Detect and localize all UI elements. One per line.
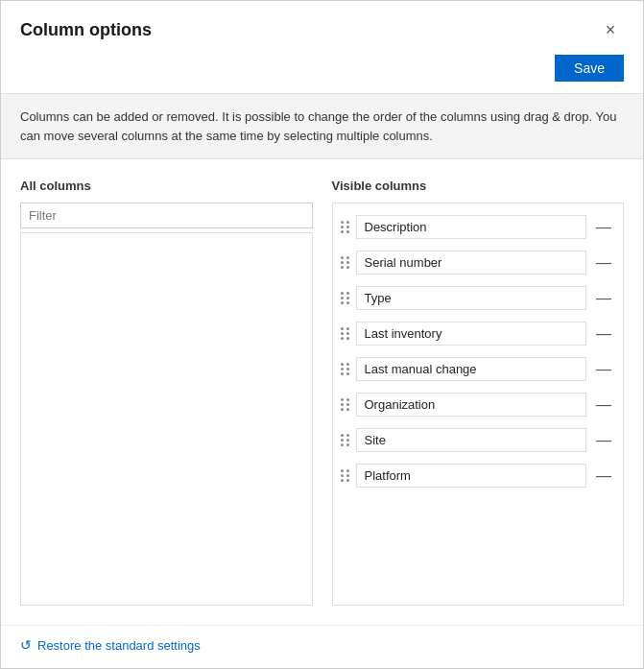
remove-column-button[interactable]: — [592, 429, 615, 452]
column-label: Last inventory [356, 322, 587, 346]
column-options-dialog: Column options × Save Columns can be add… [0, 0, 644, 669]
visible-columns-title: Visible columns [332, 179, 625, 193]
drag-handle-icon[interactable] [341, 398, 350, 411]
remove-column-button[interactable]: — [592, 287, 615, 310]
toolbar-row: Save [1, 55, 643, 93]
remove-column-button[interactable]: — [592, 394, 615, 417]
list-item: Last inventory— [333, 316, 624, 351]
info-banner-text: Columns can be added or removed. It is p… [20, 109, 617, 143]
dialog-footer: ↺ Restore the standard settings [1, 625, 643, 668]
drag-handle-icon[interactable] [341, 292, 350, 304]
remove-column-button[interactable]: — [592, 358, 615, 381]
column-label: Organization [356, 393, 587, 417]
drag-handle-icon[interactable] [341, 256, 350, 269]
list-item: Last manual change— [333, 351, 624, 387]
drag-handle-icon[interactable] [341, 363, 350, 375]
remove-column-button[interactable]: — [592, 216, 615, 239]
column-label: Description [356, 215, 587, 239]
remove-column-button[interactable]: — [592, 251, 615, 275]
list-item: Organization— [333, 387, 624, 422]
list-item: Platform— [333, 458, 624, 493]
drag-handle-icon[interactable] [341, 221, 350, 233]
columns-area: All columns Visible columns Description—… [1, 159, 643, 625]
list-item: Description— [333, 209, 624, 245]
column-label: Type [356, 286, 587, 310]
list-item: Site— [333, 422, 624, 458]
restore-button[interactable]: Restore the standard settings [37, 638, 201, 653]
restore-icon: ↺ [20, 637, 32, 653]
drag-handle-icon[interactable] [341, 434, 350, 446]
filter-input[interactable] [20, 203, 313, 228]
dialog-header: Column options × [1, 1, 643, 55]
drag-handle-icon[interactable] [341, 469, 350, 482]
remove-column-button[interactable]: — [592, 465, 615, 488]
all-columns-title: All columns [20, 179, 313, 193]
all-columns-list [20, 232, 313, 606]
close-button[interactable]: × [597, 16, 624, 43]
column-label: Site [356, 428, 587, 452]
column-label: Platform [356, 464, 587, 488]
save-button[interactable]: Save [555, 55, 624, 82]
dialog-title: Column options [20, 20, 152, 40]
column-label: Last manual change [356, 357, 587, 381]
list-item: Serial number— [333, 245, 624, 280]
visible-columns-panel: Visible columns Description—Serial numbe… [332, 179, 625, 606]
all-columns-panel: All columns [20, 179, 313, 606]
list-item: Type— [333, 280, 624, 316]
column-label: Serial number [356, 251, 587, 275]
remove-column-button[interactable]: — [592, 323, 615, 346]
drag-handle-icon[interactable] [341, 327, 350, 340]
visible-columns-list: Description—Serial number—Type—Last inve… [332, 203, 625, 606]
info-banner: Columns can be added or removed. It is p… [1, 93, 643, 159]
